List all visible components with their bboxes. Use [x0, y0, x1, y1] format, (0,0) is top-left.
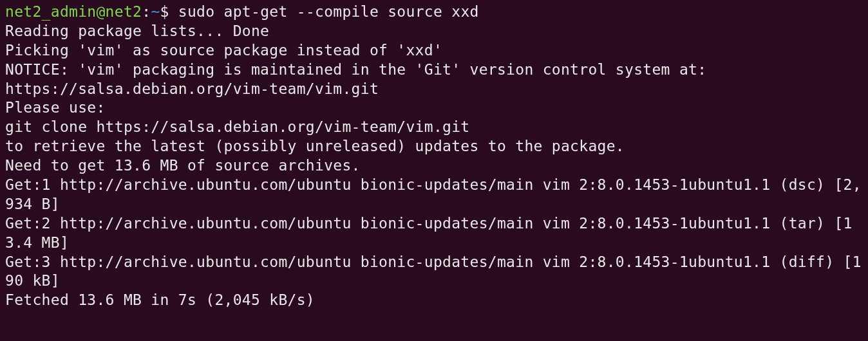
output-line: Picking 'vim' as source package instead …: [5, 41, 863, 60]
output-line: git clone https://salsa.debian.org/vim-t…: [5, 118, 863, 137]
output-line: https://salsa.debian.org/vim-team/vim.gi…: [5, 80, 863, 99]
output-line: Get:1 http://archive.ubuntu.com/ubuntu b…: [5, 176, 863, 214]
output-line: Get:3 http://archive.ubuntu.com/ubuntu b…: [5, 253, 863, 291]
terminal-window[interactable]: net2_admin@net2:~$ sudo apt-get --compil…: [5, 3, 863, 310]
output-line: Please use:: [5, 98, 863, 118]
output-line: Need to get 13.6 MB of source archives.: [5, 156, 863, 176]
output-line: Get:2 http://archive.ubuntu.com/ubuntu b…: [5, 214, 863, 253]
prompt-path: ~: [151, 3, 160, 20]
output-line: Fetched 13.6 MB in 7s (2,045 kB/s): [5, 291, 863, 310]
prompt-dollar: $: [160, 3, 178, 20]
output-line: to retrieve the latest (possibly unrelea…: [5, 137, 863, 156]
output-line: Reading package lists... Done: [5, 22, 863, 41]
output-line: NOTICE: 'vim' packaging is maintained in…: [5, 60, 863, 80]
command-text: sudo apt-get --compile source xxd: [178, 3, 479, 20]
prompt-line: net2_admin@net2:~$ sudo apt-get --compil…: [5, 3, 863, 22]
prompt-separator: :: [142, 3, 151, 20]
prompt-user-host: net2_admin@net2: [5, 3, 142, 20]
